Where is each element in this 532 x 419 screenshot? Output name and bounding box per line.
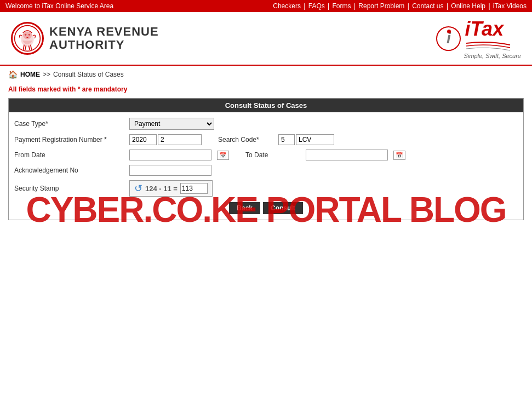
itax-logo: i iTax Simple, Swift, Secure (436, 18, 521, 59)
online-help-link[interactable]: Online Help (451, 2, 485, 10)
to-date-label: To Date (245, 151, 300, 159)
svg-line-7 (29, 45, 30, 50)
kra-lion-svg (14, 25, 41, 52)
top-navigation: Checkers | FAQs | Forms | Report Problem… (273, 2, 527, 10)
breadcrumb: 🏠 Home >> Consult Status of Cases (0, 66, 532, 83)
itax-title-wrap: i iTax Simple, Swift, Secure (436, 18, 521, 59)
form-section: Consult Status of Cases Case Type* Payme… (8, 98, 524, 220)
svg-line-6 (25, 45, 26, 50)
back-button[interactable]: Back (229, 202, 260, 214)
svg-line-8 (31, 45, 32, 50)
svg-line-5 (24, 45, 25, 50)
payment-reg-num-input[interactable] (158, 134, 202, 145)
home-link[interactable]: Home (20, 71, 40, 78)
acknowledgement-row: Acknowledgement No (14, 165, 518, 176)
checkers-link[interactable]: Checkers (273, 2, 301, 10)
payment-reg-year-input[interactable] (129, 134, 157, 145)
captcha-box: ↺ 124 - 11 = (129, 180, 213, 197)
itax-circle-icon: i (436, 26, 461, 51)
payment-reg-row: Payment Registration Number * Search Cod… (14, 134, 518, 145)
header: Kenya Revenue Authority i iTax Simple, S… (0, 12, 532, 66)
payment-reg-label: Payment Registration Number * (14, 136, 124, 144)
itax-swoosh-svg (464, 41, 513, 51)
case-type-label: Case Type* (14, 120, 124, 128)
from-date-label: From Date (14, 151, 124, 159)
kra-logo-text: Kenya Revenue Authority (49, 25, 159, 51)
itax-videos-link[interactable]: iTax Videos (493, 2, 527, 10)
captcha-refresh-icon[interactable]: ↺ (134, 182, 142, 194)
acknowledgement-label: Acknowledgement No (14, 167, 124, 174)
captcha-area: ↺ 124 - 11 = (129, 180, 213, 197)
to-date-group: To Date 📅 (245, 150, 405, 160)
captcha-answer-input[interactable] (180, 183, 208, 194)
report-problem-link[interactable]: Report Problem (358, 2, 404, 10)
kra-logo-icon (11, 22, 44, 55)
faqs-link[interactable]: FAQs (308, 2, 325, 10)
captcha-equation: 124 - 11 = (145, 185, 178, 193)
search-code-prefix-input[interactable] (278, 134, 295, 145)
itax-tagline: Simple, Swift, Secure (464, 53, 521, 59)
security-stamp-label: Security Stamp (14, 185, 124, 192)
case-type-row: Case Type* Payment Refund Objection Appe… (14, 118, 518, 130)
date-row: From Date 📅 To Date 📅 (14, 150, 518, 160)
welcome-text: Welcome to iTax Online Service Area (5, 2, 113, 10)
forms-link[interactable]: Forms (333, 2, 351, 10)
org-name: Kenya Revenue Authority (49, 25, 159, 51)
to-date-calendar-button[interactable]: 📅 (393, 151, 405, 160)
to-date-input[interactable] (306, 150, 388, 160)
case-type-select[interactable]: Payment Refund Objection Appeal (129, 118, 214, 130)
search-code-label: Search Code* (218, 136, 273, 144)
payment-reg-group (129, 134, 202, 145)
itax-brand-text: iTax (465, 18, 504, 41)
search-code-group: Search Code* (218, 134, 334, 145)
home-icon: 🏠 (8, 70, 18, 79)
search-code-suffix-input[interactable] (296, 134, 334, 145)
acknowledgement-input[interactable] (129, 165, 211, 176)
top-bar: Welcome to iTax Online Service Area Chec… (0, 0, 532, 12)
mandatory-notice: All fields marked with * are mandatory (0, 83, 532, 95)
from-date-calendar-button[interactable]: 📅 (217, 151, 229, 160)
svg-point-3 (25, 34, 26, 36)
form-title: Consult Status of Cases (9, 99, 523, 112)
form-body: Case Type* Payment Refund Objection Appe… (9, 112, 523, 220)
buttons-row: Back Consult (14, 202, 518, 214)
breadcrumb-page: Consult Status of Cases (53, 71, 124, 78)
svg-point-4 (28, 34, 30, 36)
from-date-input[interactable] (129, 150, 211, 160)
security-stamp-row: Security Stamp ↺ 124 - 11 = (14, 180, 518, 197)
breadcrumb-separator: >> (43, 71, 50, 78)
logo-area: Kenya Revenue Authority (11, 22, 159, 55)
consult-button[interactable]: Consult (263, 202, 303, 214)
contact-us-link[interactable]: Contact us (412, 2, 443, 10)
